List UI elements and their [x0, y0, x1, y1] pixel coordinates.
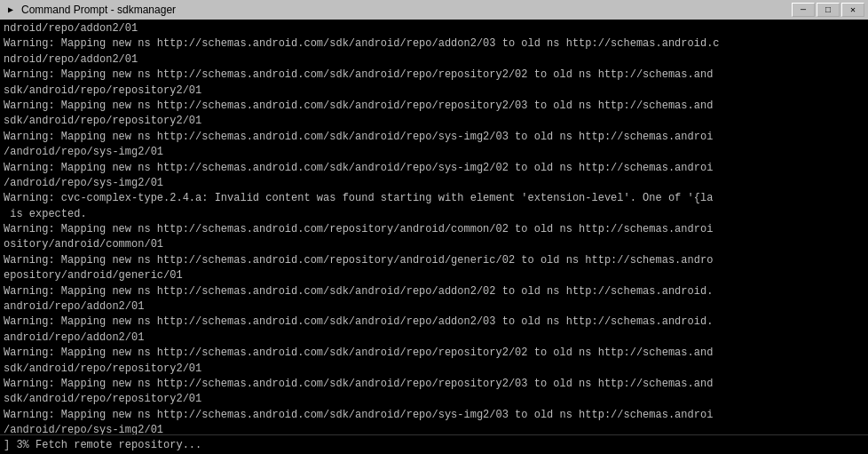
window-title: Command Prompt - sdkmanager: [21, 4, 176, 16]
title-bar: ▶ Command Prompt - sdkmanager ─ □ ✕: [0, 0, 868, 20]
status-bar: ] 3% Fetch remote repository...: [0, 434, 868, 454]
status-text: ] 3% Fetch remote repository...: [4, 439, 201, 451]
window-controls: ─ □ ✕: [792, 3, 864, 17]
minimize-button[interactable]: ─: [792, 3, 815, 17]
cmd-icon: ▶: [4, 3, 18, 17]
maximize-button[interactable]: □: [817, 3, 840, 17]
title-bar-left: ▶ Command Prompt - sdkmanager: [4, 3, 176, 17]
console-output: ndroid/repo/addon2/01 Warning: Mapping n…: [0, 20, 868, 434]
close-button[interactable]: ✕: [841, 3, 864, 17]
